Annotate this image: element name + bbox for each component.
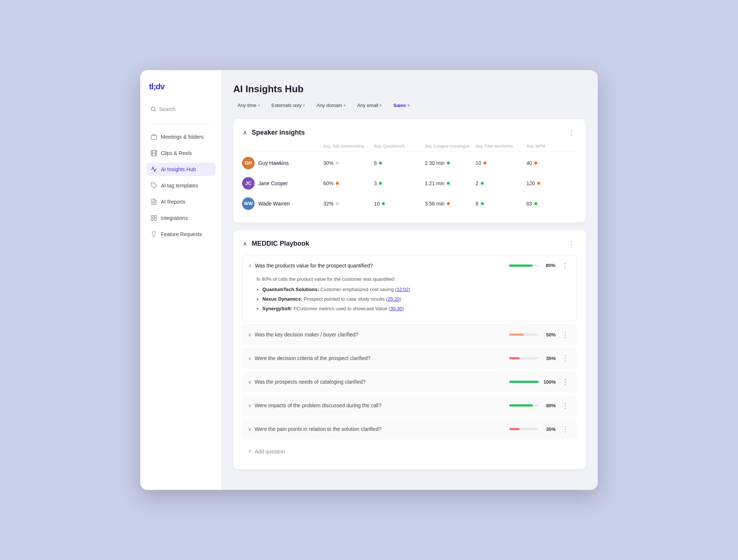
question-text: Were the pain points in relation to the … (255, 426, 509, 432)
speaker-insights-title: Speaker insights (252, 129, 305, 136)
talk-time-cell: 60% (323, 180, 374, 186)
svg-rect-16 (155, 218, 156, 220)
question-collapse-button[interactable]: ∨ (248, 356, 252, 361)
pct-label: 80% (542, 403, 556, 408)
progress-fill (509, 428, 520, 430)
filter-externals[interactable]: Externals only ▾ (267, 101, 310, 110)
speaker-collapse-button[interactable]: ∧ (242, 128, 248, 137)
filler-cell: 2 (476, 180, 527, 186)
avatar: WW (242, 197, 255, 210)
dot-indicator (336, 182, 339, 185)
monologue-cell: 1.21 min (425, 180, 476, 186)
talk-time-cell: 30% (323, 160, 374, 166)
col-wpm: Avg. WPM (526, 144, 577, 148)
avatar: JC (242, 177, 255, 190)
card-title-row: ∧ Speaker insights (242, 128, 305, 137)
meddic-title: MEDDIC Playbook (252, 240, 309, 248)
filter-time[interactable]: Any time ▾ (233, 101, 264, 110)
talk-time-cell: 32% (323, 201, 374, 207)
speaker-name-cell: GH Guy Hawkins (242, 157, 323, 169)
filter-domain[interactable]: Any domain ▾ (312, 101, 350, 110)
questions-cell: 10 (374, 201, 425, 207)
progress-bar (509, 357, 539, 359)
col-questions: Avg. Questions/h (374, 144, 425, 148)
sidebar-reports-label: AI Reports (161, 199, 185, 205)
question-more-button[interactable]: ⋮ (559, 424, 571, 434)
chevron-down-icon: ▾ (344, 103, 345, 107)
speaker-insights-card: ∧ Speaker insights ⋮ Avg. Talk time/meet… (233, 119, 586, 222)
film-icon (151, 150, 157, 156)
add-question-button[interactable]: + Add question (242, 442, 577, 460)
svg-rect-14 (151, 215, 153, 217)
sidebar-meetings-label: Meetings & folders (161, 134, 204, 140)
search-button[interactable]: Search (146, 103, 215, 115)
dot-indicator (336, 162, 339, 165)
sidebar-item-insights[interactable]: AI Insights Hub (146, 163, 215, 176)
meddic-more-button[interactable]: ⋮ (565, 239, 577, 249)
progress-bar (509, 428, 539, 430)
list-item: Nexus Dynamics: Prospect pointed to case… (262, 295, 571, 303)
list-item: SynergySoft: PCustomer metrics used to s… (262, 305, 571, 313)
question-more-button[interactable]: ⋮ (559, 400, 571, 411)
question-row[interactable]: ∨ Were the pain points in relation to th… (242, 419, 577, 439)
question-more-button[interactable]: ⋮ (559, 260, 571, 271)
question-row[interactable]: ∨ Were the decision criteria of the pros… (242, 348, 577, 369)
question-row[interactable]: ∨ Was the prospects needs of cataloging … (242, 371, 577, 392)
filter-bar: Any time ▾ Externals only ▾ Any domain ▾… (233, 101, 586, 110)
question-collapse-button[interactable]: ∧ (248, 263, 252, 268)
pct-label: 80% (542, 263, 555, 268)
question-more-button[interactable]: ⋮ (559, 377, 571, 387)
svg-line-1 (154, 110, 155, 111)
list-item: QuantumTech Solutions: Customer emphasiz… (262, 286, 571, 294)
main-content: AI Insights Hub Any time ▾ Externals onl… (221, 70, 598, 490)
dot-indicator (537, 182, 540, 185)
sidebar-requests-label: Feature Requests (161, 231, 202, 237)
question-more-button[interactable]: ⋮ (559, 329, 571, 340)
sidebar-integrations-label: Integrations (161, 215, 188, 221)
question-collapse-button[interactable]: ∨ (248, 426, 252, 432)
card-header: ∧ MEDDIC Playbook ⋮ (242, 239, 577, 249)
search-label: Search (159, 106, 175, 112)
sidebar-item-tags[interactable]: AI tag templates (146, 179, 215, 192)
sidebar: tl;dv Search Meetings & folders Clips (140, 70, 221, 490)
progress-fill (509, 404, 533, 407)
sidebar-item-clips[interactable]: Clips & Reels (146, 146, 215, 160)
question-row[interactable]: ∨ Were impacts of the problem discussed … (242, 395, 577, 416)
question-row[interactable]: ∨ Was the key decision maker / buyer cla… (242, 324, 577, 345)
question-collapse-button[interactable]: ∨ (248, 403, 252, 408)
sidebar-item-requests[interactable]: Feature Requests (146, 228, 215, 241)
detail-intro: In 80% of calls the product value for th… (256, 275, 571, 283)
speaker-more-button[interactable]: ⋮ (565, 128, 577, 138)
questions-cell: 6 (374, 160, 425, 166)
dot-indicator (379, 182, 382, 185)
progress-bar (509, 404, 539, 407)
question-collapse-button[interactable]: ∨ (248, 332, 252, 338)
sidebar-item-integrations[interactable]: Integrations (146, 211, 215, 225)
monologue-cell: 2.30 min (425, 160, 476, 166)
speaker-name: Jane Cooper (258, 180, 288, 186)
app-window: tl;dv Search Meetings & folders Clips (140, 70, 598, 490)
speaker-name-cell: JC Jane Cooper (242, 177, 323, 190)
timestamp-link[interactable]: 12:02 (397, 287, 409, 292)
question-collapse-button[interactable]: ∨ (248, 379, 252, 385)
report-icon (151, 198, 157, 205)
sidebar-item-meetings[interactable]: Meetings & folders (146, 130, 215, 144)
timestamp-link[interactable]: 25:20 (388, 296, 400, 302)
question-more-button[interactable]: ⋮ (559, 353, 571, 363)
sidebar-item-reports[interactable]: AI Reports (146, 195, 215, 208)
pct-label: 100% (542, 379, 556, 385)
progress-fill (509, 381, 539, 383)
question-text: Was the prospects needs of cataloging cl… (255, 379, 509, 385)
filter-email[interactable]: Any email ▾ (353, 101, 386, 110)
company-name: QuantumTech Solutions: (262, 287, 319, 292)
meddic-collapse-button[interactable]: ∧ (242, 239, 248, 248)
detail-list: QuantumTech Solutions: Customer emphasiz… (256, 286, 571, 313)
timestamp-link[interactable]: 30:30 (390, 306, 403, 311)
filter-sales[interactable]: Sales ▾ (389, 101, 414, 110)
dot-indicator (447, 162, 450, 165)
dot-indicator (379, 162, 382, 165)
insights-icon (151, 166, 157, 173)
question-row[interactable]: ∧ Was the products value for the prospec… (242, 255, 577, 321)
chevron-down-icon: ▾ (380, 103, 382, 107)
question-text: Were the decision criteria of the prospe… (255, 355, 509, 361)
